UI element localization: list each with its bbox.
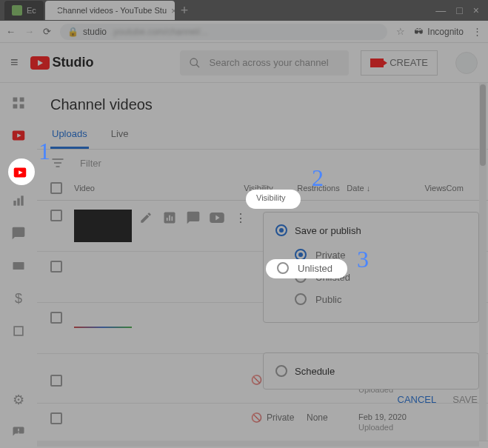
close-window-icon[interactable]: × bbox=[473, 4, 479, 16]
row-checkbox[interactable] bbox=[50, 312, 62, 324]
browser-tab-1[interactable]: Ec bbox=[4, 1, 44, 20]
more-icon[interactable]: ⋮ bbox=[233, 210, 249, 226]
vertical-scrollbar[interactable] bbox=[479, 83, 487, 441]
rail-settings-icon[interactable]: ⚙ bbox=[10, 392, 27, 408]
tab-live[interactable]: Live bbox=[110, 121, 130, 149]
svg-rect-22 bbox=[167, 218, 168, 221]
rail-subtitles-icon[interactable] bbox=[10, 258, 27, 274]
create-icon bbox=[370, 58, 384, 67]
create-label: CREATE bbox=[390, 57, 428, 68]
sort-down-icon: ↓ bbox=[367, 184, 371, 193]
logo-text: Studio bbox=[53, 55, 94, 70]
highlight-visibility-header bbox=[246, 190, 301, 209]
row-checkbox[interactable] bbox=[50, 412, 62, 424]
svg-line-1 bbox=[196, 64, 199, 67]
col-restrictions[interactable]: Restrictions bbox=[297, 184, 347, 193]
search-input[interactable]: Search across your channel bbox=[180, 50, 350, 76]
svg-rect-13 bbox=[21, 195, 23, 205]
favicon-1 bbox=[12, 5, 22, 16]
horizontal-scrollbar[interactable] bbox=[37, 441, 479, 447]
incognito-indicator[interactable]: 🕶 Incognito bbox=[414, 27, 464, 37]
svg-rect-15 bbox=[14, 327, 23, 335]
comments-icon[interactable] bbox=[185, 210, 201, 226]
schedule-panel[interactable]: Schedule bbox=[263, 352, 479, 390]
radio-save-publish[interactable] bbox=[275, 224, 287, 236]
video-thumbnail[interactable] bbox=[74, 261, 132, 293]
radio-public[interactable] bbox=[295, 293, 307, 305]
col-date[interactable]: Date ↓ bbox=[347, 184, 407, 193]
maximize-icon[interactable]: □ bbox=[456, 4, 462, 16]
svg-rect-16 bbox=[18, 429, 19, 432]
visibility-cell[interactable]: 🚫Private bbox=[251, 412, 307, 423]
row-checkbox[interactable] bbox=[50, 210, 62, 221]
svg-rect-20 bbox=[56, 166, 60, 167]
date-cell: Feb 19, 2020Uploaded bbox=[358, 412, 421, 432]
row-actions: ⋮ bbox=[138, 210, 249, 226]
col-views[interactable]: Views bbox=[407, 184, 447, 193]
video-thumbnail[interactable] bbox=[74, 312, 132, 344]
close-icon[interactable]: × bbox=[171, 5, 175, 16]
option-public[interactable]: Public bbox=[275, 288, 467, 310]
forward-icon[interactable]: → bbox=[24, 26, 34, 37]
back-icon[interactable]: ← bbox=[6, 26, 16, 37]
row-checkbox[interactable] bbox=[50, 261, 62, 273]
video-thumbnail[interactable] bbox=[74, 210, 132, 242]
left-rail-bottom: ⚙ bbox=[0, 392, 37, 441]
filter-icon[interactable] bbox=[50, 156, 65, 170]
browser-tab-2[interactable]: Channel videos - YouTube Stu × bbox=[45, 1, 175, 20]
svg-rect-12 bbox=[17, 198, 19, 206]
kebab-menu-icon[interactable]: ⋮ bbox=[472, 26, 482, 37]
rail-feedback-icon[interactable] bbox=[10, 424, 27, 441]
panel-save-or-publish[interactable]: Save or publish bbox=[275, 224, 467, 236]
filter-label[interactable]: Filter bbox=[80, 158, 101, 169]
svg-rect-5 bbox=[20, 104, 24, 109]
restrictions-cell: None bbox=[307, 412, 358, 423]
tab-1-title: Ec bbox=[27, 6, 36, 15]
svg-rect-23 bbox=[169, 215, 170, 221]
rail-comments-icon[interactable] bbox=[10, 225, 27, 241]
filter-row: Filter bbox=[37, 150, 488, 176]
rail-library-icon[interactable] bbox=[10, 323, 27, 339]
edit-icon[interactable] bbox=[138, 210, 154, 226]
star-icon[interactable]: ☆ bbox=[396, 26, 405, 37]
svg-point-0 bbox=[190, 58, 197, 65]
avatar[interactable] bbox=[455, 52, 478, 74]
search-icon bbox=[189, 57, 201, 69]
page-title: Channel videos bbox=[37, 83, 488, 121]
cancel-button[interactable]: CANCEL bbox=[398, 394, 437, 405]
app-frame: ≡ Studio Search across your channel CREA… bbox=[0, 43, 488, 448]
select-all-checkbox[interactable] bbox=[50, 182, 62, 194]
window-controls: — □ × bbox=[435, 4, 484, 16]
browser-tabstrip: Ec Channel videos - YouTube Stu × + — □ … bbox=[0, 0, 488, 21]
create-button[interactable]: CREATE bbox=[361, 50, 438, 76]
col-comments[interactable]: Com bbox=[447, 184, 475, 193]
rail-monetization-icon[interactable]: $ bbox=[10, 290, 27, 307]
rail-videos-icon[interactable] bbox=[10, 127, 27, 144]
svg-rect-17 bbox=[18, 432, 19, 434]
lock-icon: 🔒 bbox=[67, 27, 78, 37]
reload-icon[interactable]: ⟳ bbox=[43, 26, 51, 37]
radio-schedule[interactable] bbox=[275, 365, 287, 377]
svg-rect-2 bbox=[13, 98, 18, 102]
rail-analytics-icon[interactable] bbox=[10, 193, 27, 209]
row-checkbox[interactable] bbox=[50, 375, 62, 387]
new-tab-button[interactable]: + bbox=[181, 3, 189, 19]
visibility-icon: 🚫 bbox=[251, 375, 262, 385]
minimize-icon[interactable]: — bbox=[435, 4, 446, 16]
youtube-studio-logo[interactable]: Studio bbox=[30, 55, 94, 70]
svg-rect-19 bbox=[54, 162, 61, 164]
save-button[interactable]: SAVE bbox=[452, 394, 478, 405]
tab-uploads[interactable]: Uploads bbox=[50, 121, 89, 149]
url-text: studio bbox=[83, 27, 107, 37]
youtube-watch-icon[interactable] bbox=[209, 210, 225, 226]
svg-rect-11 bbox=[13, 201, 16, 206]
analytics-icon[interactable] bbox=[161, 210, 178, 226]
table-row[interactable]: 🚫Private None Feb 19, 2020Uploaded bbox=[37, 404, 488, 441]
address-bar[interactable]: 🔒 studio .youtube.com/channel/... bbox=[60, 24, 387, 40]
svg-rect-18 bbox=[53, 158, 64, 160]
highlight-rail-videos bbox=[8, 158, 35, 185]
main-content: Channel videos Uploads Live Filter Video… bbox=[37, 83, 488, 448]
hamburger-icon[interactable]: ≡ bbox=[10, 55, 19, 70]
rail-dashboard-icon[interactable] bbox=[10, 95, 27, 111]
incognito-label: Incognito bbox=[427, 27, 464, 37]
